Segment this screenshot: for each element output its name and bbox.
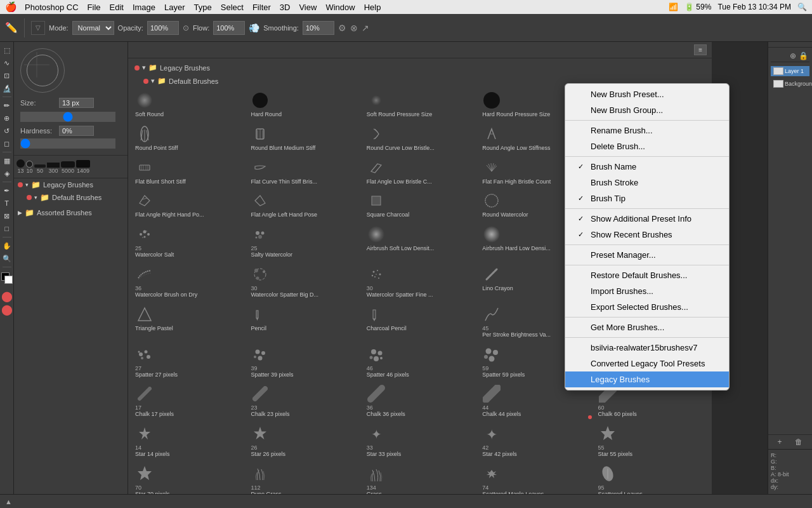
delete-layer-button[interactable]: 🗑 — [795, 438, 802, 446]
settings-icon[interactable]: ⚙ — [338, 23, 346, 33]
menu-filter[interactable]: Filter — [252, 3, 271, 12]
brush-tool-left[interactable]: ✏ — [1, 100, 13, 111]
menu-type[interactable]: Type — [194, 3, 212, 12]
preset-star26[interactable]: 26 Star 26 pixels — [246, 421, 362, 461]
preset-charcoal-pencil[interactable]: Charcoal Pencil — [362, 302, 478, 342]
default-brushes-header[interactable]: ▾ 📁 Default Brushes — [14, 191, 128, 204]
menu-image[interactable]: Image — [133, 3, 155, 12]
legacy-brushes-header[interactable]: ▾ 📁 Legacy Brushes — [14, 178, 128, 191]
hardness-slider[interactable] — [20, 138, 115, 149]
menu-help[interactable]: Help — [364, 3, 381, 12]
ctx-rename-brush[interactable]: Rename Brush... — [565, 123, 729, 138]
preset-spatter39[interactable]: 39 Spatter 39 pixels — [246, 342, 362, 382]
menu-photoshop[interactable]: Photoshop CC — [25, 3, 79, 12]
preset-chalk23[interactable]: 23 Chalk 23 pixels — [246, 381, 362, 421]
shape-tool[interactable]: □ — [1, 223, 13, 234]
preset-flat-curve-thin[interactable]: Flat Curve Thin Stiff Bris... — [246, 155, 362, 189]
menu-layer[interactable]: Layer — [164, 3, 185, 12]
preset-star33[interactable]: ✦ 33 Star 33 pixels — [362, 421, 478, 461]
preset-spatter27[interactable]: 27 Spatter 27 pixels — [131, 342, 246, 382]
size-slider[interactable] — [20, 112, 115, 122]
preset-chalk17[interactable]: 17 Chalk 17 pixels — [131, 381, 246, 421]
marquee-tool[interactable]: ⬚ — [1, 44, 13, 56]
ctx-show-recent[interactable]: Show Recent Brushes — [565, 227, 729, 243]
ctx-delete-brush[interactable]: Delete Brush... — [565, 138, 729, 154]
ctx-export-brushes[interactable]: Export Selected Brushes... — [565, 299, 729, 315]
preset-star42[interactable]: ✦ 42 Star 42 pixels — [478, 421, 593, 461]
menu-select[interactable]: Select — [221, 3, 244, 12]
quick-mask-icon[interactable]: ⬤ — [1, 290, 13, 302]
preset-pencil[interactable]: Pencil — [246, 302, 362, 342]
gradient-tool[interactable]: ▦ — [1, 155, 13, 166]
assorted-brushes-header[interactable]: ▶ 📁 Assorted Brushes — [14, 206, 128, 219]
hardness-input[interactable] — [59, 126, 94, 136]
preset-airbrush-soft-low[interactable]: Airbrush Soft Low Densit... — [362, 222, 478, 262]
layer-item-1[interactable]: Layer 1 — [771, 66, 809, 76]
opacity-input[interactable] — [147, 21, 179, 35]
pressure-opacity-icon[interactable]: ⊙ — [183, 23, 189, 32]
preset-flat-angle-left[interactable]: Flat Angle Left Hand Pose — [246, 188, 362, 222]
brush-thumb-4[interactable]: 300 — [47, 163, 60, 174]
preset-spatter46[interactable]: 46 Spatter 46 pixels — [362, 342, 478, 382]
search-icon[interactable]: 🔍 — [797, 3, 807, 11]
ctx-import-brushes[interactable]: Import Brushes... — [565, 283, 729, 299]
preset-options-button[interactable]: ≡ — [694, 44, 707, 55]
ctx-new-brush-group[interactable]: New Brush Group... — [565, 102, 729, 118]
ctx-brush-tip[interactable]: Brush Tip — [565, 190, 729, 206]
ctx-get-more-brushes[interactable]: Get More Brushes... — [565, 319, 729, 335]
preset-star55[interactable]: 55 Star 55 pixels — [594, 421, 709, 461]
preset-watercolor-spatter-fine[interactable]: 30 Watercolor Spatter Fine ... — [362, 262, 478, 302]
preset-watercolor-spatter-big[interactable]: 30 Watercolor Spatter Big D... — [246, 262, 362, 302]
ctx-restore-default[interactable]: Restore Default Brushes... — [565, 267, 729, 283]
preset-round-curve-low[interactable]: Round Curve Low Bristle... — [362, 121, 478, 155]
preset-salty-watercolor[interactable]: 25 Salty Watercolor — [246, 222, 362, 262]
layer-item-bg[interactable]: Background — [771, 79, 809, 89]
angle-icon[interactable]: ↗ — [362, 23, 369, 33]
mode-select[interactable]: Normal — [72, 21, 114, 35]
ctx-legacy[interactable]: Legacy Brushes — [565, 371, 729, 387]
apple-menu[interactable]: 🍎 — [5, 1, 17, 13]
right-icons-group[interactable]: ⊕ — [790, 51, 796, 60]
menu-edit[interactable]: Edit — [110, 3, 124, 12]
crop-tool[interactable]: ⊡ — [1, 70, 13, 81]
hand-tool[interactable]: ✋ — [1, 240, 13, 251]
preset-watercolor-brush-dry[interactable]: 36 Watercolor Brush on Dry — [131, 262, 246, 302]
preset-flat-angle-low[interactable]: Flat Angle Low Bristle C... — [362, 155, 478, 189]
blur-tool[interactable]: ◈ — [1, 168, 13, 179]
smoothing-input[interactable] — [303, 21, 334, 35]
brush-thumb-1[interactable]: 13 — [16, 159, 25, 174]
brush-thumb-2[interactable]: 10 — [26, 161, 33, 174]
clone-tool[interactable]: ⊕ — [1, 112, 13, 124]
menu-file[interactable]: File — [88, 3, 101, 12]
ctx-bsilvia[interactable]: bsilvia-realwater15brushesv7 — [565, 340, 729, 356]
ctx-converted[interactable]: Converted Legacy Tool Presets — [565, 356, 729, 371]
lasso-tool[interactable]: ∿ — [1, 57, 13, 69]
ctx-new-brush-preset[interactable]: New Brush Preset... — [565, 86, 729, 102]
preset-triangle-pastel[interactable]: Triangle Pastel — [131, 302, 246, 342]
menu-window[interactable]: Window — [325, 3, 355, 12]
preset-star14[interactable]: 14 Star 14 pixels — [131, 421, 246, 461]
preset-round-point-stiff[interactable]: Round Point Stiff — [131, 121, 246, 155]
text-tool[interactable]: T — [1, 197, 13, 209]
right-lock-icon[interactable]: 🔒 — [799, 51, 808, 60]
path-tool[interactable]: ⊠ — [1, 210, 13, 222]
eraser-tool[interactable]: ◻ — [1, 138, 13, 149]
brush-thumb-6[interactable]: 1409 — [76, 160, 90, 174]
airbrush-icon[interactable]: 💨 — [249, 23, 259, 33]
brush-thumb-3[interactable]: 50 — [34, 164, 46, 174]
preset-soft-round-pressure[interactable]: Soft Round Pressure Size — [362, 88, 478, 121]
preset-chalk36[interactable]: 36 Chalk 36 pixels — [362, 381, 478, 421]
menu-3d[interactable]: 3D — [280, 3, 291, 12]
preset-soft-round[interactable]: Soft Round — [131, 88, 246, 121]
ctx-show-additional[interactable]: Show Additional Preset Info — [565, 211, 729, 227]
preset-flat-angle-right[interactable]: Flat Angle Right Hand Po... — [131, 188, 246, 222]
quick-mask2-icon[interactable]: ⬤ — [1, 304, 13, 316]
history-tool[interactable]: ↺ — [1, 125, 13, 137]
brush-thumb-5[interactable]: 5000 — [61, 161, 75, 174]
menu-view[interactable]: View — [299, 3, 317, 12]
preset-watercolor-salt[interactable]: 25 Watercolor Salt — [131, 222, 246, 262]
ctx-brush-stroke[interactable]: Brush Stroke — [565, 175, 729, 190]
flow-input[interactable] — [213, 21, 245, 35]
preset-square-charcoal[interactable]: Square Charcoal — [362, 188, 478, 222]
ctx-preset-manager[interactable]: Preset Manager... — [565, 247, 729, 263]
